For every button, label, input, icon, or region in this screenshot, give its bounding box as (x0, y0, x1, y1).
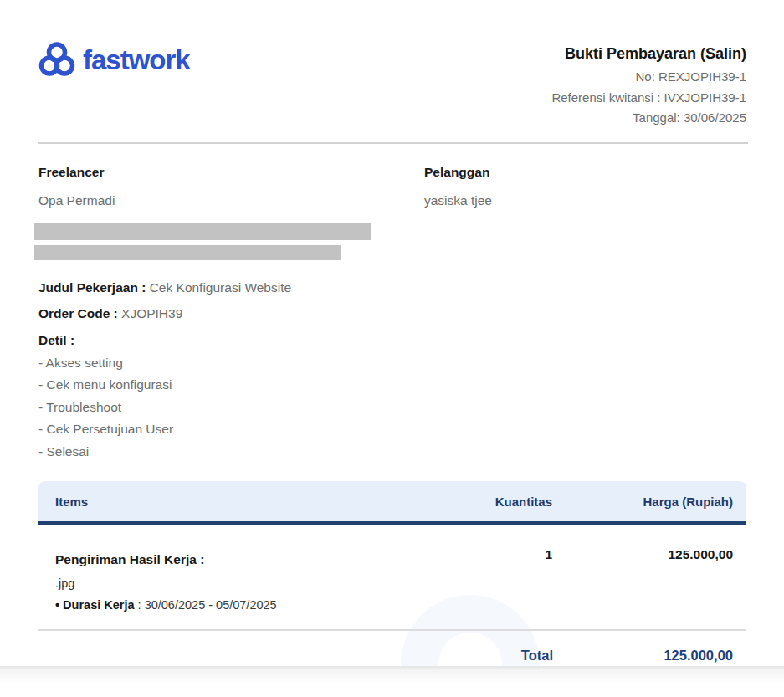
column-header-quantity: Kuantitas (452, 495, 552, 509)
table-row-divider (38, 629, 746, 631)
item-row-title: Pengiriman Hasil Kerja : (55, 552, 204, 567)
job-title-line: Judul Pekerjaan : Cek Konfigurasi Websit… (38, 281, 291, 295)
document-title-block: Bukti Pembayaran (Salin) No: REXJOPIH39-… (551, 42, 746, 129)
page-bottom-edge (0, 666, 784, 697)
fastwork-knot-icon (38, 42, 75, 79)
column-header-items: Items (38, 495, 452, 509)
fastwork-logo: fastwork (38, 42, 190, 79)
fastwork-wordmark: fastwork (83, 42, 190, 79)
item-row-price: 125.000,00 (668, 547, 733, 562)
job-title-value: Cek Konfigurasi Website (150, 280, 291, 295)
column-header-price: Harga (Rupiah) (552, 495, 746, 509)
items-table-header: Items Kuantitas Harga (Rupiah) (38, 481, 746, 525)
total-label: Total (521, 648, 553, 664)
document-title: Bukti Pembayaran (Salin) (551, 44, 746, 63)
customer-name: yasiska tjee (424, 193, 492, 208)
redacted-address-bar-2 (34, 245, 341, 260)
duration-value: : 30/06/2025 - 05/07/2025 (135, 598, 277, 612)
detail-label: Detil : (38, 333, 74, 347)
item-row-file: .jpg (55, 577, 74, 590)
detail-item: - Cek menu konfigurasi (38, 378, 172, 392)
detail-label-line: Detil : (38, 334, 74, 347)
detail-item: - Akses setting (38, 356, 123, 370)
total-value: 125.000,00 (664, 648, 733, 664)
item-row-quantity: 1 (545, 547, 552, 562)
order-code-line: Order Code : XJOPIH39 (38, 307, 182, 320)
order-code-value: XJOPIH39 (121, 306, 182, 320)
freelancer-name: Opa Permadi (38, 193, 115, 208)
header-divider (38, 142, 748, 144)
detail-item: - Cek Persetujuan User (38, 423, 173, 436)
receipt-page: fastwork Bukti Pembayaran (Salin) No: RE… (0, 0, 784, 666)
document-number: No: REXJOPIH39-1 (551, 67, 746, 88)
freelancer-label: Freelancer (38, 165, 104, 180)
job-title-label: Judul Pekerjaan : (38, 280, 150, 295)
receipt-header: fastwork Bukti Pembayaran (Salin) No: RE… (38, 42, 746, 129)
receipt-reference: Referensi kwitansi : IVXJOPIH39-1 (551, 88, 746, 109)
detail-item: - Selesai (38, 445, 89, 459)
duration-label: • Durasi Kerja (55, 598, 135, 612)
redacted-address-bar-1 (34, 223, 371, 240)
customer-label: Pelanggan (424, 165, 489, 180)
item-row-duration: • Durasi Kerja : 30/06/2025 - 05/07/2025 (55, 598, 277, 612)
order-code-label: Order Code : (38, 306, 121, 320)
document-date: Tanggal: 30/06/2025 (551, 108, 746, 129)
detail-item: - Troubleshoot (38, 401, 121, 414)
